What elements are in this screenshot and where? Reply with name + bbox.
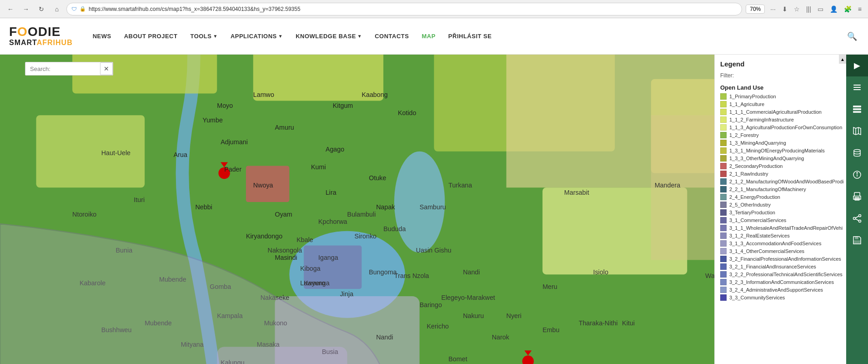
- nav-contacts[interactable]: CONTACTS: [368, 29, 415, 43]
- legend-item: 1_1_1_CommercialAgriculturalProduction: [720, 109, 841, 115]
- legend-color-swatch: [720, 93, 727, 100]
- map-container: Arua Adjumani Amuru Pader Agago Nwoya Ne…: [0, 55, 868, 364]
- svg-point-12: [522, 355, 534, 364]
- nav-knowledge[interactable]: KNOWLEDGE BASE ▼: [289, 29, 368, 43]
- svg-text:Marsabit: Marsabit: [564, 189, 589, 196]
- legend-item-label: 3_2_2_ProfessionalTechnicalAndScientific…: [729, 272, 843, 277]
- svg-rect-10: [304, 246, 361, 289]
- svg-text:Kbale: Kbale: [296, 236, 313, 243]
- svg-text:Sironko: Sironko: [355, 233, 377, 240]
- svg-text:Kaabong: Kaabong: [361, 91, 387, 98]
- svg-rect-123: [854, 241, 860, 243]
- library-button[interactable]: |||: [804, 5, 813, 14]
- legend-color-swatch: [720, 116, 727, 123]
- extensions-button[interactable]: 🧩: [842, 5, 853, 14]
- legend-color-swatch: [720, 240, 727, 247]
- more-button[interactable]: ···: [768, 5, 778, 14]
- legend-color-swatch: [720, 178, 727, 185]
- legend-color-swatch: [720, 287, 727, 293]
- control-map[interactable]: [846, 120, 868, 142]
- nav-about[interactable]: ABOUT PROJECT: [118, 29, 184, 43]
- legend-item: 1_3_1_MiningOfEnergyProducingMaterials: [720, 147, 841, 154]
- bookmark-button[interactable]: ☆: [792, 5, 802, 14]
- nav-tools[interactable]: TOOLS ▼: [184, 29, 224, 43]
- logo[interactable]: FOODIE SMARTAFRIHUB: [9, 25, 73, 47]
- svg-text:Kericho: Kericho: [427, 323, 449, 330]
- svg-text:Ntoroiko: Ntoroiko: [72, 211, 96, 218]
- svg-text:Isiolo: Isiolo: [593, 268, 608, 276]
- legend-item: 1_3_MiningAndQuarrying: [720, 140, 841, 146]
- home-button[interactable]: ⌂: [51, 3, 63, 15]
- control-database[interactable]: [846, 142, 868, 164]
- svg-point-1: [394, 152, 445, 253]
- svg-text:Nandi: Nandi: [376, 334, 393, 341]
- back-button[interactable]: ←: [5, 3, 16, 15]
- nav-applications[interactable]: APPLICATIONS ▼: [224, 29, 289, 43]
- svg-text:Nakaseke: Nakaseke: [261, 294, 290, 301]
- legend-item-label: 2_SecondaryProduction: [729, 163, 783, 169]
- legend-item-label: 3_2_3_InformationAndCommunicationService…: [729, 279, 834, 285]
- svg-text:Lamwo: Lamwo: [253, 91, 274, 98]
- control-save[interactable]: [846, 229, 868, 251]
- svg-rect-7: [36, 115, 145, 187]
- legend-scroll-up[interactable]: ▲: [839, 55, 846, 64]
- svg-text:Kumi: Kumi: [311, 164, 326, 171]
- control-arrow[interactable]: ▶: [846, 55, 868, 76]
- svg-text:Oyam: Oyam: [275, 211, 292, 218]
- svg-text:Pader: Pader: [224, 166, 241, 173]
- legend-item: 3_1_3_AccommodationAndFoodServices: [720, 240, 841, 247]
- svg-text:Lira: Lira: [326, 189, 336, 196]
- legend-item: 1_1_3_AgriculturalProductionForOwnConsum…: [720, 124, 841, 131]
- legend-item: 2_1_2_ManufacturingOfWoodAndWoodBasedPro…: [720, 178, 841, 185]
- svg-point-11: [218, 167, 230, 179]
- svg-rect-122: [855, 237, 858, 239]
- menu-button[interactable]: ≡: [856, 5, 863, 14]
- sidebar-button[interactable]: ▭: [816, 5, 825, 14]
- map-search-close-button[interactable]: ✕: [100, 62, 113, 75]
- svg-rect-17: [217, 347, 347, 364]
- legend-color-swatch: [720, 271, 727, 278]
- svg-point-2: [289, 231, 405, 318]
- control-info[interactable]: [846, 164, 868, 186]
- svg-text:Nebbi: Nebbi: [196, 203, 212, 211]
- nav-news[interactable]: NEWS: [86, 29, 118, 43]
- legend-item-label: 3_1_2_RealEstateServices: [729, 233, 790, 238]
- legend-item: 2_1_RawIndustry: [720, 171, 841, 177]
- svg-text:Nwoya: Nwoya: [253, 182, 273, 189]
- tools-arrow: ▼: [213, 34, 217, 39]
- navbar: FOODIE SMARTAFRIHUB NEWS ABOUT PROJECT T…: [0, 18, 868, 55]
- legend-item-label: 1_1_1_CommercialAgriculturalProduction: [729, 109, 822, 115]
- legend-section-title: Open Land Use: [720, 84, 841, 91]
- legend-filter-label: Filter:: [720, 72, 841, 79]
- map-controls: ▶: [846, 55, 868, 364]
- svg-text:Bungoma: Bungoma: [369, 268, 396, 276]
- svg-rect-100: [853, 85, 861, 86]
- browser-chrome: ← → ↻ ⌂ 🛡 🔒 https://www.smartafrihub.com…: [0, 0, 868, 18]
- reload-button[interactable]: ↻: [35, 3, 47, 15]
- svg-rect-103: [853, 106, 861, 107]
- legend-color-swatch: [720, 248, 727, 254]
- pocket-button[interactable]: ⬇: [780, 5, 789, 14]
- nav-map[interactable]: MAP: [415, 29, 442, 43]
- address-bar[interactable]: 🛡 🔒 https://www.smartafrihub.com/cs/map1…: [66, 3, 742, 15]
- legend-item-label: 2_4_EnergyProduction: [729, 194, 780, 200]
- logo-foodie: FOODIE: [9, 25, 73, 38]
- svg-rect-4: [253, 55, 383, 101]
- control-share[interactable]: [846, 207, 868, 229]
- control-list[interactable]: [846, 98, 868, 120]
- svg-text:Uasin Gishu: Uasin Gishu: [416, 247, 452, 254]
- svg-text:Arua: Arua: [174, 151, 187, 158]
- account-button[interactable]: 👤: [828, 5, 839, 14]
- nav-login[interactable]: PŘIHLÁSIT SE: [442, 29, 498, 43]
- svg-text:Moyo: Moyo: [217, 102, 233, 109]
- control-layers[interactable]: [846, 76, 868, 98]
- control-print[interactable]: [846, 186, 868, 207]
- search-button[interactable]: 🔍: [845, 30, 859, 43]
- svg-text:Bomet: Bomet: [448, 355, 467, 363]
- zoom-level[interactable]: 70%: [746, 5, 765, 14]
- legend-color-swatch: [720, 186, 727, 192]
- legend-item-label: 1_1_3_AgriculturalProductionForOwnConsum…: [729, 125, 842, 130]
- forward-button[interactable]: →: [20, 3, 32, 15]
- map-search-input[interactable]: [25, 63, 98, 75]
- legend-item-label: 3_2_FinancialProfessionalAndInformationS…: [729, 256, 841, 262]
